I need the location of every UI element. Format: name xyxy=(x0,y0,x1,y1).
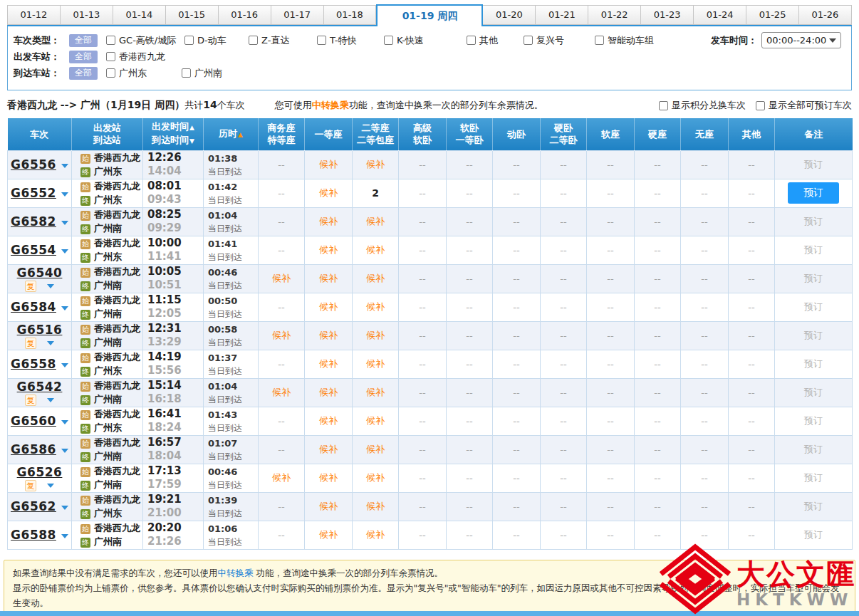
filter-option-广州东[interactable]: 广州东 xyxy=(106,67,182,80)
expand-caret-icon[interactable] xyxy=(47,398,54,402)
date-tab-01-13[interactable]: 01-13 xyxy=(61,5,113,25)
checkbox[interactable] xyxy=(756,101,765,110)
date-tab-01-26[interactable]: 01-26 xyxy=(799,5,852,25)
date-tab-01-22[interactable]: 01-22 xyxy=(588,5,641,25)
seat-cell: -- xyxy=(493,179,541,207)
filter-option-其他[interactable]: 其他 xyxy=(467,34,524,47)
date-tab-01-19[interactable]: 01-19 周四 xyxy=(376,4,483,26)
seat-cell: 候补 xyxy=(353,236,399,264)
filter-option-广州南[interactable]: 广州南 xyxy=(182,67,257,80)
date-tab-01-14[interactable]: 01-14 xyxy=(113,5,166,25)
train-link-G6562[interactable]: G6562 xyxy=(11,499,56,513)
duration-cell: 01:38当日到达 xyxy=(204,150,259,179)
checkbox[interactable] xyxy=(249,36,258,45)
train-row-G6582: G6582始香港西九龙终广州南08:2509:2901:04当日到达--候补候补… xyxy=(8,207,853,236)
train-link-G6584[interactable]: G6584 xyxy=(11,300,56,314)
sort-desc-icon[interactable]: ▼ xyxy=(189,137,194,145)
filter-option-K-快速[interactable]: K-快速 xyxy=(384,34,467,47)
checkbox[interactable] xyxy=(106,68,115,78)
train-type-all-button[interactable]: 全部 xyxy=(69,34,98,47)
train-link-G6540[interactable]: G6540 xyxy=(17,266,63,280)
date-tab-01-23[interactable]: 01-23 xyxy=(641,5,694,25)
depart-station-name: 香港西九龙 xyxy=(94,352,140,362)
date-tab-01-24[interactable]: 01-24 xyxy=(694,5,746,25)
train-link-G6526[interactable]: G6526 xyxy=(17,465,63,479)
train-link-G6556[interactable]: G6556 xyxy=(11,157,56,172)
date-tab-01-21[interactable]: 01-21 xyxy=(536,5,588,25)
date-tab-01-18[interactable]: 01-18 xyxy=(324,5,377,25)
train-no-line: G6582 xyxy=(8,214,71,229)
expand-caret-icon[interactable] xyxy=(61,249,68,254)
expand-caret-icon[interactable] xyxy=(61,192,68,197)
date-tab-01-15[interactable]: 01-15 xyxy=(166,5,219,25)
train-link-G6542[interactable]: G6542 xyxy=(17,380,63,394)
date-tab-01-12[interactable]: 01-12 xyxy=(7,5,61,25)
date-tab-01-17[interactable]: 01-17 xyxy=(271,5,324,25)
depart-time-select[interactable]: 00:00--24:00 xyxy=(761,32,841,48)
expand-caret-icon[interactable] xyxy=(61,306,68,310)
checkbox[interactable] xyxy=(106,52,115,61)
filter-row-train-type: 车次类型： 全部 GC-高铁/城际D-动车Z-直达T-特快K-快速其他复兴号智能… xyxy=(14,32,851,48)
transfer-link[interactable]: 中转换乘 xyxy=(312,100,349,110)
column-header-出发时间[interactable]: 出发时间▲到达时间▼ xyxy=(143,118,204,150)
depart-station-all-button[interactable]: 全部 xyxy=(69,51,98,63)
end-badge-icon: 终 xyxy=(80,224,90,234)
expand-caret-icon[interactable] xyxy=(61,221,68,225)
train-link-G6558[interactable]: G6558 xyxy=(11,357,56,371)
filter-option-复兴号[interactable]: 复兴号 xyxy=(524,34,595,47)
expand-caret-icon[interactable] xyxy=(61,420,68,424)
train-link-G6560[interactable]: G6560 xyxy=(11,414,56,428)
expand-caret-icon[interactable] xyxy=(61,506,68,510)
train-link-G6552[interactable]: G6552 xyxy=(11,186,56,200)
depart-station-name: 香港西九龙 xyxy=(94,494,140,505)
book-button[interactable]: 预订 xyxy=(788,182,839,204)
toggle-all-bookable[interactable]: 显示全部可预订车次 xyxy=(756,99,852,112)
train-no-cell: G6540复 xyxy=(8,264,72,293)
filter-option-D-动车[interactable]: D-动车 xyxy=(184,34,249,47)
filter-option-T-特快[interactable]: T-特快 xyxy=(317,34,384,47)
checkbox[interactable] xyxy=(384,36,393,45)
checkbox[interactable] xyxy=(659,101,668,110)
checkbox[interactable] xyxy=(317,36,326,45)
expand-caret-icon[interactable] xyxy=(47,484,54,488)
start-badge-icon: 始 xyxy=(80,182,90,192)
expand-caret-icon[interactable] xyxy=(47,341,54,345)
expand-caret-icon[interactable] xyxy=(61,534,68,538)
date-tab-01-25[interactable]: 01-25 xyxy=(746,5,799,25)
expand-caret-icon[interactable] xyxy=(61,449,68,453)
train-link-G6516[interactable]: G6516 xyxy=(17,323,63,337)
checkbox[interactable] xyxy=(106,36,115,45)
arrive-station-all-button[interactable]: 全部 xyxy=(69,67,98,80)
train-no-line: G6552 xyxy=(8,186,71,200)
train-link-G6554[interactable]: G6554 xyxy=(11,243,56,257)
expand-caret-icon[interactable] xyxy=(47,284,54,288)
expand-caret-icon[interactable] xyxy=(61,164,68,168)
seat-availability: -- xyxy=(419,245,425,256)
checkbox[interactable] xyxy=(524,36,533,45)
checkbox[interactable] xyxy=(184,36,194,45)
checkbox[interactable] xyxy=(182,68,191,78)
expand-caret-icon[interactable] xyxy=(61,363,68,367)
time-cell: 12:2614:04 xyxy=(143,150,204,179)
filter-option-香港西九龙[interactable]: 香港西九龙 xyxy=(106,51,192,63)
train-link-G6582[interactable]: G6582 xyxy=(11,214,56,229)
transfer-link-footer[interactable]: 中转换乘 xyxy=(218,568,254,578)
sort-asc-icon[interactable]: ▲ xyxy=(189,124,194,131)
seat-availability: -- xyxy=(748,501,754,512)
column-header-历时[interactable]: 历时▲ xyxy=(204,118,259,150)
seat-availability: -- xyxy=(278,302,284,313)
sort-asc-icon[interactable]: ▲ xyxy=(238,131,243,138)
train-link-G6586[interactable]: G6586 xyxy=(11,442,56,456)
column-header-二等座: 二等座二等包座 xyxy=(353,118,399,150)
checkbox[interactable] xyxy=(467,36,476,45)
train-link-G6588[interactable]: G6588 xyxy=(11,528,56,542)
toggle-points-exchange[interactable]: 显示积分兑换车次 xyxy=(659,99,746,112)
date-tab-01-20[interactable]: 01-20 xyxy=(483,5,536,25)
arrive-station-name: 广州南 xyxy=(94,536,122,547)
filter-option-Z-直达[interactable]: Z-直达 xyxy=(249,34,317,47)
filter-option-GC-高铁/城际[interactable]: GC-高铁/城际 xyxy=(106,34,184,47)
date-tab-01-16[interactable]: 01-16 xyxy=(219,5,271,25)
seat-availability: 候补 xyxy=(319,358,338,369)
filter-option-智能动车组[interactable]: 智能动车组 xyxy=(595,34,702,47)
checkbox[interactable] xyxy=(595,36,604,45)
